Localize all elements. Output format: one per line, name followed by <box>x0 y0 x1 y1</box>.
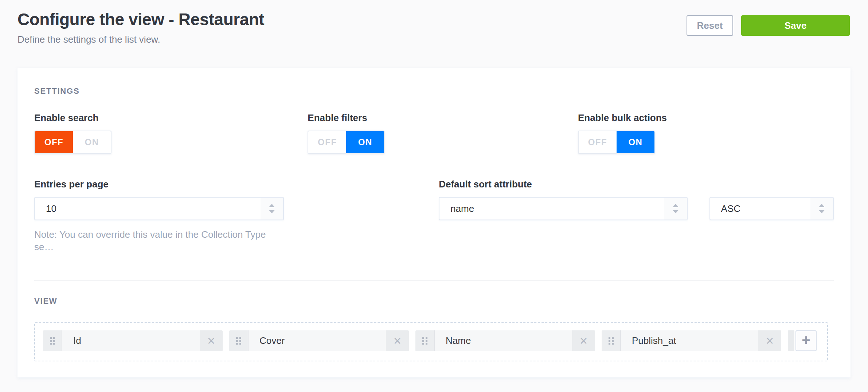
remove-field-button[interactable]: × <box>758 330 781 351</box>
toggles-row: Enable search OFF ON Enable filters OFF … <box>34 112 834 154</box>
page-subtitle: Define the settings of the list view. <box>17 34 264 45</box>
save-button[interactable]: Save <box>741 15 850 36</box>
field-list: Id × Cover × Name × Publish_at × + <box>34 322 828 361</box>
enable-filters-on-button[interactable]: ON <box>346 131 384 153</box>
page-title: Configure the view - Restaurant <box>17 9 264 29</box>
enable-filters-toggle: OFF ON <box>308 131 385 154</box>
chevron-up-icon <box>269 204 275 207</box>
drag-handle-icon <box>609 337 614 345</box>
drag-handle-icon <box>422 337 427 345</box>
field-chip-label: Cover <box>249 330 386 351</box>
sort-attribute-select[interactable]: name <box>439 197 688 220</box>
close-icon: × <box>766 333 774 348</box>
field-chip-label: Publish_at <box>621 330 758 351</box>
add-field-button[interactable]: + <box>795 330 817 351</box>
chevron-down-icon <box>269 210 275 213</box>
settings-section-title: SETTINGS <box>34 87 834 96</box>
drag-handle[interactable] <box>229 330 249 351</box>
close-icon: × <box>207 333 215 348</box>
enable-bulk-actions-off-button[interactable]: OFF <box>579 131 617 153</box>
select-arrows-icon <box>261 198 283 220</box>
field-chip-publish-at[interactable]: Publish_at × <box>602 330 781 351</box>
field-chip-cover[interactable]: Cover × <box>229 330 409 351</box>
chevron-down-icon <box>673 210 679 213</box>
sort-order-select[interactable]: ASC <box>709 197 834 220</box>
field-chip-label: Id <box>62 330 200 351</box>
reset-button[interactable]: Reset <box>687 15 733 36</box>
drag-handle[interactable] <box>43 330 62 351</box>
view-section-title: VIEW <box>34 297 834 306</box>
drag-handle[interactable] <box>415 330 435 351</box>
close-icon: × <box>394 333 401 348</box>
enable-filters-off-button[interactable]: OFF <box>308 131 346 153</box>
section-divider <box>34 280 834 281</box>
page-header: Configure the view - Restaurant Define t… <box>0 0 868 45</box>
enable-bulk-actions-label: Enable bulk actions <box>578 112 834 124</box>
enable-search-label: Enable search <box>34 112 308 124</box>
enable-bulk-actions-field: Enable bulk actions OFF ON <box>578 112 834 154</box>
drop-placeholder <box>788 330 794 351</box>
drag-handle-icon <box>236 337 241 345</box>
remove-field-button[interactable]: × <box>572 330 595 351</box>
entries-per-page-note: Note: You can override this value in the… <box>34 228 284 253</box>
drag-handle-icon <box>50 337 55 345</box>
chevron-down-icon <box>819 210 825 213</box>
field-chip-id[interactable]: Id × <box>43 330 223 351</box>
enable-bulk-actions-on-button[interactable]: ON <box>617 131 654 153</box>
entries-per-page-field: Entries per page 10 Note: You can overri… <box>34 178 284 253</box>
enable-search-field: Enable search OFF ON <box>34 112 308 154</box>
default-sort-selects: name ASC <box>439 190 834 220</box>
remove-field-button[interactable]: × <box>200 330 223 351</box>
drag-handle[interactable] <box>602 330 621 351</box>
field-chip-label: Name <box>435 330 572 351</box>
page-header-text: Configure the view - Restaurant Define t… <box>17 9 264 45</box>
remove-field-button[interactable]: × <box>386 330 409 351</box>
select-arrows-icon <box>810 198 833 220</box>
default-sort-label: Default sort attribute <box>439 178 834 190</box>
plus-icon: + <box>802 332 810 348</box>
sort-attribute-value: name <box>439 203 664 214</box>
enable-filters-field: Enable filters OFF ON <box>308 112 578 154</box>
select-arrows-icon <box>664 198 687 220</box>
enable-bulk-actions-toggle: OFF ON <box>578 131 655 154</box>
selects-row: Entries per page 10 Note: You can overri… <box>34 178 834 253</box>
entries-per-page-select[interactable]: 10 <box>34 197 284 220</box>
entries-per-page-value: 10 <box>35 203 261 214</box>
sort-order-value: ASC <box>710 203 810 214</box>
enable-search-off-button[interactable]: OFF <box>35 131 73 153</box>
enable-search-on-button[interactable]: ON <box>73 131 111 153</box>
enable-search-toggle: OFF ON <box>34 131 112 154</box>
close-icon: × <box>580 333 587 348</box>
field-chip-name[interactable]: Name × <box>415 330 595 351</box>
enable-filters-label: Enable filters <box>308 112 578 124</box>
configure-view-panel: SETTINGS Enable search OFF ON Enable fil… <box>17 68 851 377</box>
entries-per-page-label: Entries per page <box>34 178 284 190</box>
header-actions: Reset Save <box>687 9 850 36</box>
chevron-up-icon <box>819 204 825 207</box>
chevron-up-icon <box>673 204 679 207</box>
default-sort-field: Default sort attribute name ASC <box>439 178 834 253</box>
